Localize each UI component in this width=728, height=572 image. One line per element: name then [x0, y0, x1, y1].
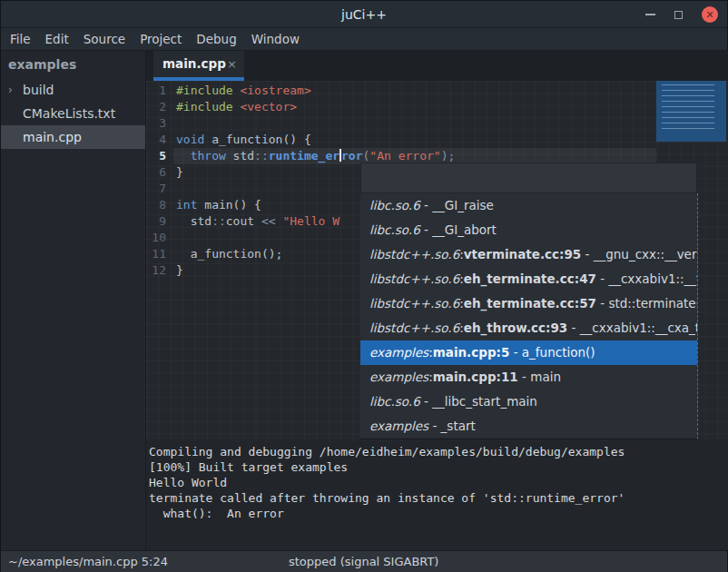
code-text: [173, 231, 176, 244]
backtrace-item[interactable]: libc.so.6 - __GI_abort: [360, 218, 697, 242]
line-number: 11: [146, 246, 173, 262]
frame-symbol: __cxxabiv1::__cxa_thro: [580, 321, 697, 335]
menu-item-file[interactable]: File: [10, 32, 31, 46]
code-text: }: [173, 263, 183, 277]
line-number: 5: [146, 148, 173, 164]
chevron-right-icon[interactable]: ›: [8, 84, 19, 96]
frame-library: libstdc++.so.6: [369, 271, 459, 286]
code-text: #include <vector>: [173, 100, 297, 113]
frame-library: libstdc++.so.6: [369, 247, 459, 261]
code-text: std::cout << "Hello W: [173, 214, 339, 228]
line-number: 2: [146, 99, 173, 115]
frame-location: main.cpp:11: [433, 370, 518, 384]
code-line[interactable]: 4void a_function() {: [146, 132, 728, 148]
backtrace-item[interactable]: examples - _start: [360, 414, 697, 439]
close-icon[interactable]: ✕: [702, 6, 718, 23]
backtrace-item[interactable]: libstdc++.so.6:vterminate.cc:95 - __gnu_…: [360, 242, 697, 267]
line-number: 1: [146, 83, 173, 99]
code-text: a_function();: [173, 247, 282, 261]
code-text: }: [173, 165, 183, 179]
frame-location: eh_terminate.cc:47: [464, 271, 596, 286]
code-text: int main() {: [173, 198, 261, 212]
sidebar-item-build[interactable]: ›build: [1, 78, 145, 102]
menubar: FileEditSourceProjectDebugWindow: [1, 28, 727, 51]
frame-library: examples: [369, 345, 428, 360]
terminal-line: Hello World: [149, 475, 728, 490]
menu-item-edit[interactable]: Edit: [45, 32, 69, 46]
frame-library: examples: [369, 370, 428, 384]
frame-symbol: __GI_abort: [432, 222, 497, 237]
file-tree-sidebar: examples ›buildCMakeLists.txtmain.cpp: [1, 51, 146, 550]
status-file-location: ~/examples/main.cpp 5:24: [8, 551, 168, 572]
backtrace-item[interactable]: libstdc++.so.6:eh_terminate.cc:47 - __cx…: [360, 267, 697, 291]
line-number: 3: [146, 115, 173, 132]
line-number: 10: [146, 230, 173, 246]
line-number: 4: [146, 132, 173, 148]
code-text: void a_function() {: [173, 133, 311, 146]
window-title: juCi++: [1, 1, 727, 28]
menu-item-source[interactable]: Source: [84, 32, 125, 46]
menu-item-debug[interactable]: Debug: [196, 32, 236, 46]
frame-library: libstdc++.so.6: [369, 321, 459, 335]
backtrace-item[interactable]: libc.so.6 - __libc_start_main: [360, 390, 697, 414]
frame-location: vterminate.cc:95: [464, 247, 581, 261]
terminal-output[interactable]: Compiling and debugging /home/eidheim/ex…: [146, 440, 728, 550]
terminal-line: [100%] Built target examples: [149, 459, 728, 475]
frame-library: libc.so.6: [369, 222, 420, 237]
source-overview-map[interactable]: [656, 81, 726, 142]
sidebar-item-main-cpp[interactable]: main.cpp: [1, 125, 145, 149]
frame-symbol: a_function(): [522, 345, 595, 360]
backtrace-item[interactable]: libstdc++.so.6:eh_terminate.cc:57 - std:…: [360, 291, 697, 316]
frame-library: libstdc++.so.6: [369, 296, 459, 311]
file-tree: ›buildCMakeLists.txtmain.cpp: [1, 78, 145, 149]
backtrace-item[interactable]: examples:main.cpp:11 - main: [360, 365, 697, 390]
frame-location: eh_throw.cc:93: [464, 321, 567, 335]
frame-symbol: std::terminate(): [608, 296, 697, 311]
code-line[interactable]: 1#include <iostream>: [146, 83, 728, 99]
project-name-header: examples: [1, 51, 145, 78]
frame-library: libc.so.6: [369, 198, 420, 212]
frame-symbol: __cxxabiv1::__tern: [608, 271, 697, 286]
tab-close-icon[interactable]: ×: [227, 51, 237, 77]
debug-tooltip: [360, 163, 697, 193]
restore-icon[interactable]: [674, 11, 683, 19]
tab-main-cpp[interactable]: main.cpp ×: [153, 51, 244, 81]
backtrace-item[interactable]: libstdc++.so.6:eh_throw.cc:93 - __cxxabi…: [360, 316, 697, 340]
file-name-label: main.cpp: [23, 130, 82, 144]
terminal-line: terminate called after throwing an insta…: [149, 490, 728, 506]
code-text: throw std::runtime_error("An error");: [173, 149, 455, 163]
code-editor[interactable]: 1#include <iostream>2#include <vector>34…: [146, 81, 728, 440]
frame-location: main.cpp:5: [433, 345, 510, 360]
code-line[interactable]: 2#include <vector>: [146, 99, 728, 115]
tab-label: main.cpp: [162, 51, 226, 77]
tabbar: main.cpp ×: [146, 51, 728, 81]
code-text: [173, 116, 176, 130]
sidebar-item-cmakelists-txt[interactable]: CMakeLists.txt: [1, 102, 145, 125]
file-name-label: CMakeLists.txt: [23, 106, 115, 121]
frame-symbol: __libc_start_main: [432, 394, 537, 409]
file-name-label: build: [23, 83, 54, 97]
code-text: #include <iostream>: [173, 84, 311, 97]
terminal-line: what(): An error: [149, 506, 728, 521]
status-debug-state: stopped (signal SIGABRT): [289, 551, 438, 572]
frame-symbol: __GI_raise: [432, 198, 494, 212]
line-number: 12: [146, 262, 173, 279]
backtrace-popup: libc.so.6 - __GI_raiselibc.so.6 - __GI_a…: [360, 193, 698, 439]
line-number: 6: [146, 164, 173, 181]
code-line[interactable]: 3: [146, 115, 728, 132]
frame-symbol: __gnu_cxx::__verbos: [594, 247, 697, 261]
frame-symbol: main: [530, 370, 561, 384]
menu-item-project[interactable]: Project: [140, 32, 182, 46]
line-number: 7: [146, 181, 173, 197]
menu-item-window[interactable]: Window: [251, 32, 300, 46]
app-window: juCi++ ✕ FileEditSourceProjectDebugWindo…: [0, 0, 728, 572]
frame-library: examples: [369, 419, 428, 433]
backtrace-item[interactable]: libc.so.6 - __GI_raise: [360, 193, 697, 218]
backtrace-item[interactable]: examples:main.cpp:5 - a_function(): [360, 340, 697, 365]
window-controls: ✕: [645, 1, 718, 28]
main-area: main.cpp × 1#include <iostream>2#include…: [146, 51, 728, 550]
code-text: [173, 182, 176, 195]
statusbar: ~/examples/main.cpp 5:24 stopped (signal…: [1, 550, 727, 572]
minimize-icon[interactable]: [645, 14, 655, 15]
line-number: 9: [146, 213, 173, 230]
